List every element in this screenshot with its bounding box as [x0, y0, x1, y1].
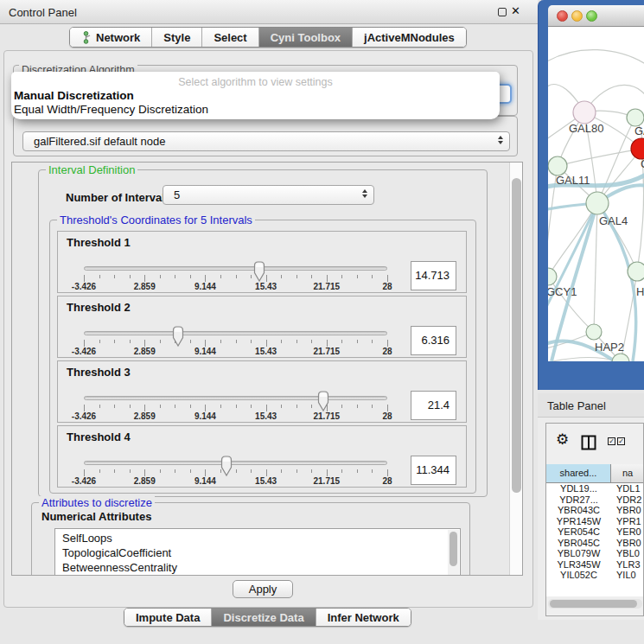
attributes-group: Attributes to discretize Numerical Attri…	[31, 502, 470, 576]
tick-mark	[357, 340, 358, 343]
network-window[interactable]: GAL80GAGGAL11GAL4GCY1HHAP2	[538, 0, 644, 390]
gal80-node[interactable]	[573, 101, 596, 124]
table-cell: YBL079W	[546, 548, 611, 559]
algorithm-option[interactable]: Manual Discretization	[11, 89, 500, 103]
attribute-list-item[interactable]: BetweennessCentrality	[55, 560, 448, 575]
attribute-list-item[interactable]: TopologicalCoefficient	[55, 545, 448, 560]
tick-mark	[296, 469, 297, 473]
num-intervals-spinner[interactable]: 5	[163, 185, 374, 205]
tick-mark	[144, 469, 145, 476]
threshold-value-field[interactable]: 14.713	[411, 261, 456, 290]
table-row[interactable]: YDR27...YDR2	[546, 494, 644, 506]
tick-mark	[281, 405, 282, 408]
gear-icon[interactable]: ⚙	[556, 432, 569, 447]
threshold-slider-thumb[interactable]	[170, 325, 186, 348]
tick-label: 21.715	[305, 347, 348, 356]
list-scrollbar-thumb[interactable]	[450, 532, 457, 566]
table-cell: YBR0	[611, 505, 644, 516]
columns-icon[interactable]	[581, 435, 596, 450]
gal11-node[interactable]	[548, 156, 567, 175]
float-icon[interactable]	[498, 8, 507, 16]
numerical-attributes-list[interactable]: SelfLoopsTopologicalCoefficientBetweenne…	[54, 528, 461, 576]
hap2-node[interactable]	[586, 324, 602, 340]
tab-network[interactable]: Network	[70, 28, 152, 47]
tab-discretize-data[interactable]: Discretize Data	[212, 609, 316, 626]
network-canvas[interactable]: GAL80GAGGAL11GAL4GCY1HHAP2	[548, 27, 644, 361]
tab-cyni-toolbox[interactable]: Cyni Toolbox	[259, 28, 353, 47]
apply-button[interactable]: Apply	[233, 580, 293, 598]
table-cell: YDL19...	[546, 483, 611, 494]
table-horizontal-scrollbar-thumb[interactable]	[550, 600, 637, 608]
threshold-panel-2: Threshold 2-3.4262.8599.14415.4321.71528…	[57, 296, 467, 358]
tab-impute-data[interactable]: Impute Data	[124, 609, 212, 626]
tick-mark	[220, 340, 221, 343]
list-scrollbar[interactable]	[448, 530, 459, 576]
network-edge[interactable]	[548, 50, 644, 68]
tab-jactivemnodules[interactable]: jActiveMNodules	[353, 28, 466, 47]
table-panel-inner: ⚙ ✓ ✓ shared...na YDL19...YDL1YDR27...YD…	[545, 423, 644, 616]
table-row[interactable]: YBR045CYBR0	[546, 538, 644, 549]
tick-mark	[99, 469, 100, 473]
threshold-value-field[interactable]: 6.316	[411, 326, 456, 355]
threshold-slider-track[interactable]	[84, 396, 387, 400]
threshold-slider-track[interactable]	[84, 331, 387, 335]
network-window-titlebar[interactable]	[548, 5, 644, 27]
tick-mark	[281, 340, 282, 343]
threshold-slider-thumb[interactable]	[316, 390, 331, 412]
tick-mark	[130, 340, 131, 343]
checkbox-icon[interactable]: ✓	[617, 437, 625, 445]
table-row[interactable]: YDL19...YDL1	[546, 483, 644, 494]
table-horizontal-scrollbar[interactable]	[548, 599, 642, 609]
screen: Control Panel ✕ NetworkStyleSelectCyni T…	[0, 0, 644, 644]
panel-scrollbar-thumb[interactable]	[512, 178, 521, 493]
tick-mark	[130, 275, 131, 278]
network-edge[interactable]	[594, 203, 597, 332]
tab-style[interactable]: Style	[152, 28, 202, 47]
attribute-list-item[interactable]: SelfLoops	[55, 531, 448, 545]
close-traffic-light-icon[interactable]	[557, 10, 568, 22]
close-icon[interactable]: ✕	[511, 4, 520, 17]
panel-title: Control Panel	[9, 6, 77, 19]
tick-mark	[190, 469, 191, 473]
tick-mark	[327, 275, 328, 282]
network-edge[interactable]	[558, 149, 641, 166]
node-table[interactable]: shared...na YDL19...YDL1YDR27...YDR2YBR0…	[546, 464, 644, 596]
threshold-slider-track[interactable]	[84, 461, 387, 465]
panel-scrollbar[interactable]	[509, 163, 522, 575]
gcy1-node[interactable]	[548, 268, 557, 285]
checkbox-icon[interactable]: ✓	[608, 437, 615, 445]
table-panel-titlebar: Table Panel	[538, 393, 644, 418]
h-node[interactable]	[628, 262, 644, 281]
settings-scroll-area: Interval Definition Number of Intervals …	[11, 162, 523, 576]
algorithm-option[interactable]: Equal Width/Frequency Discretization	[11, 103, 500, 117]
tick-mark	[175, 275, 175, 278]
threshold-slider-track[interactable]	[84, 266, 387, 271]
tick-label: 28	[366, 282, 409, 291]
table-data-combobox[interactable]: galFiltered.sif default node	[22, 131, 510, 151]
tab-select[interactable]: Select	[202, 28, 258, 47]
tick-mark	[114, 469, 115, 473]
tick-mark	[99, 405, 100, 408]
tab-infer-network[interactable]: Infer Network	[316, 609, 411, 626]
tick-mark	[387, 469, 388, 476]
minimize-traffic-light-icon[interactable]	[571, 10, 583, 22]
table-row[interactable]: YLR345WYLR3	[546, 559, 644, 571]
table-mode-checkboxes-icon[interactable]: ✓ ✓	[608, 437, 625, 445]
network-edge[interactable]	[548, 203, 597, 277]
gal4-node[interactable]	[586, 192, 609, 214]
threshold-slider-thumb[interactable]	[252, 260, 267, 283]
tick-mark	[160, 340, 161, 343]
table-column-header[interactable]: na	[611, 464, 644, 483]
top-right-node[interactable]	[627, 109, 644, 126]
tick-mark	[190, 340, 191, 343]
table-row[interactable]: YPR145WYPR1	[546, 516, 644, 527]
zoom-traffic-light-icon[interactable]	[586, 10, 597, 22]
table-row[interactable]: YBR043CYBR0	[546, 505, 644, 516]
threshold-slider-thumb[interactable]	[219, 455, 234, 477]
threshold-value-field[interactable]: 21.4	[411, 391, 456, 420]
table-column-header[interactable]: shared...	[546, 464, 611, 483]
table-row[interactable]: YER054CYER0	[546, 526, 644, 538]
table-row[interactable]: YBL079WYBL0	[546, 548, 644, 559]
threshold-value-field[interactable]: 11.344	[411, 456, 456, 485]
table-row[interactable]: YIL052CYIL0	[546, 570, 644, 578]
